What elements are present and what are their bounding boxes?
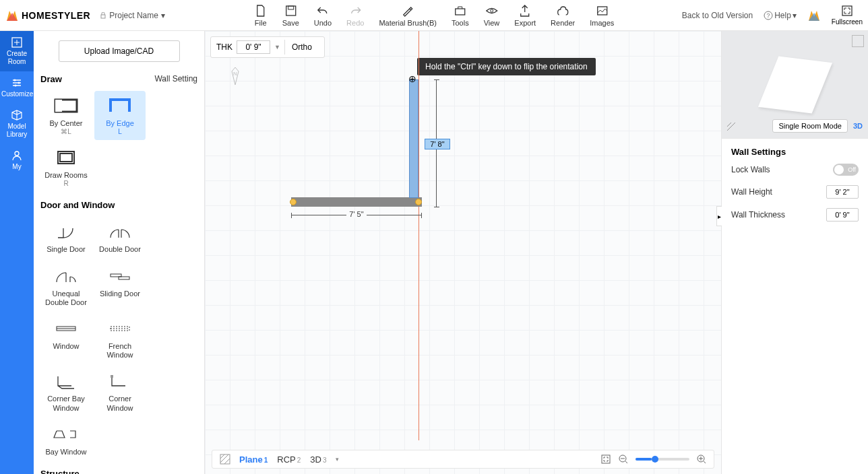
tool-sliding-door[interactable]: Sliding Door — [94, 261, 146, 311]
save-button[interactable]: Save — [282, 4, 299, 27]
logo[interactable]: HOMESTYLER — [5, 9, 90, 22]
tool-window[interactable]: Window — [40, 314, 92, 364]
dimension-input[interactable] — [425, 139, 450, 149]
by-center-icon — [53, 97, 80, 114]
tool-by-center[interactable]: By Center⌘L — [40, 91, 92, 140]
zoom-in-icon[interactable] — [696, 454, 707, 465]
svg-rect-0 — [101, 15, 105, 18]
hatch-small-icon[interactable] — [726, 121, 735, 131]
svg-point-12 — [15, 85, 17, 87]
preview-expand-icon[interactable] — [852, 35, 864, 47]
wall-setting-link[interactable]: Wall Setting — [154, 74, 197, 84]
zoom-out-icon[interactable] — [618, 454, 629, 465]
wall-height-input[interactable] — [826, 185, 859, 199]
tool-double-door[interactable]: Double Door — [94, 217, 146, 258]
door-window-section-title: Door and Window — [40, 200, 115, 210]
tool-french-window[interactable]: French Window — [94, 314, 146, 364]
images-button[interactable]: Images — [590, 4, 614, 27]
rail-my[interactable]: My — [0, 144, 34, 176]
tool-unequal-double-door[interactable]: Unequal Double Door — [40, 261, 92, 311]
ortho-button[interactable]: Ortho — [284, 40, 319, 55]
sliding-door-icon — [106, 267, 133, 285]
preview-3d[interactable]: Single Room Mode 3D — [722, 31, 868, 139]
undo-icon — [316, 4, 330, 18]
single-room-mode-button[interactable]: Single Room Mode — [772, 119, 848, 133]
tool-bay-window[interactable]: Bay Window — [40, 419, 92, 461]
tool-single-door[interactable]: Single Door — [40, 217, 92, 258]
corner-bay-window-icon — [53, 372, 80, 390]
rail-customize[interactable]: Customize — [0, 71, 34, 104]
wall-vertical-drawing[interactable] — [409, 79, 418, 198]
svg-rect-3 — [456, 9, 465, 15]
svg-text:?: ? — [767, 12, 770, 19]
project-name-label: Project Name — [109, 11, 158, 20]
file-button[interactable]: File — [254, 4, 268, 27]
wall-thickness-input[interactable] — [826, 208, 859, 222]
thk-label: THK — [216, 42, 232, 52]
double-door-icon — [106, 223, 133, 240]
guide-line-vertical — [418, 31, 419, 440]
hatch-icon[interactable] — [219, 453, 231, 465]
corner-window-icon — [106, 372, 133, 390]
create-room-icon — [11, 36, 23, 48]
toolbox-icon — [454, 4, 467, 18]
tab-3d[interactable]: 3D3 — [310, 454, 326, 465]
eye-icon — [485, 4, 498, 18]
material-brush-button[interactable]: Material Brush(B) — [379, 4, 437, 27]
wall-settings-title: Wall Settings — [731, 147, 859, 157]
structure-section-title: Structure — [40, 469, 80, 474]
view-3d-button[interactable]: 3D — [853, 122, 863, 130]
rail-create-room[interactable]: Create Room — [0, 31, 34, 71]
rightpanel: Single Room Mode 3D Wall Settings Lock W… — [721, 31, 868, 474]
by-edge-icon — [106, 97, 133, 114]
french-window-icon — [106, 320, 133, 337]
back-to-old-version-link[interactable]: Back to Old Version — [682, 11, 753, 20]
wall-endpoint[interactable] — [415, 199, 422, 205]
upload-button[interactable]: Upload Image/CAD — [59, 40, 180, 62]
svg-rect-5 — [597, 7, 607, 15]
help-dropdown[interactable]: ? Help ▾ — [764, 11, 797, 20]
compass-icon[interactable]: N — [226, 65, 244, 88]
lock-icon — [100, 12, 106, 19]
svg-point-13 — [15, 151, 19, 156]
redo-button[interactable]: Redo — [346, 4, 364, 27]
window-icon — [53, 320, 80, 337]
view-button[interactable]: View — [484, 4, 500, 27]
zoom-slider[interactable] — [636, 458, 689, 461]
brand-text: HOMESTYLER — [22, 10, 90, 21]
tool-draw-rooms[interactable]: Draw RoomsR — [40, 143, 92, 192]
fit-screen-icon[interactable] — [600, 454, 611, 465]
rail-model-library[interactable]: Model Library — [0, 104, 34, 144]
fullscreen-button[interactable]: Fullscreen — [832, 5, 863, 26]
library-icon — [11, 109, 23, 121]
tab-plane[interactable]: Plane1 — [239, 454, 268, 465]
lock-walls-toggle[interactable]: Off — [833, 164, 859, 176]
tool-by-edge[interactable]: By EdgeL — [94, 91, 146, 140]
chevron-down-icon: ▾ — [161, 11, 165, 20]
tool-corner-window[interactable]: Corner Window — [94, 366, 146, 416]
export-button[interactable]: Export — [514, 4, 536, 27]
render-button[interactable]: Render — [551, 4, 575, 27]
tab-dropdown-icon[interactable]: ▾ — [336, 456, 339, 463]
lock-walls-label: Lock Walls — [731, 165, 770, 174]
rightpanel-collapse[interactable]: ▸ — [716, 206, 722, 226]
logo-icon — [5, 9, 19, 22]
palette-icon[interactable] — [807, 9, 821, 22]
tools-button[interactable]: Tools — [452, 4, 469, 27]
topbar: HOMESTYLER Project Name ▾ File Save Undo… — [0, 0, 868, 31]
render-icon — [556, 4, 569, 18]
thk-chevron-down-icon[interactable]: ▼ — [274, 44, 280, 50]
undo-button[interactable]: Undo — [314, 4, 332, 27]
help-icon: ? — [764, 11, 773, 20]
top-right: Back to Old Version ? Help ▾ Fullscreen — [682, 5, 863, 26]
svg-rect-1 — [286, 6, 295, 15]
canvas[interactable]: THK ▼ Ortho N Hold the "Ctrl" key down t… — [205, 31, 721, 474]
tab-rcp[interactable]: RCP2 — [277, 454, 301, 465]
thk-input[interactable] — [237, 40, 270, 54]
project-name-dropdown[interactable]: Project Name ▾ — [100, 11, 165, 20]
wall-horizontal[interactable] — [291, 197, 422, 207]
tool-corner-bay-window[interactable]: Corner Bay Window — [40, 366, 92, 416]
wall-thickness-label: Wall Thickness — [731, 210, 785, 219]
wall-endpoint[interactable] — [290, 199, 297, 205]
bottombar: Plane1 RCP2 3D3 ▾ — [212, 450, 714, 469]
